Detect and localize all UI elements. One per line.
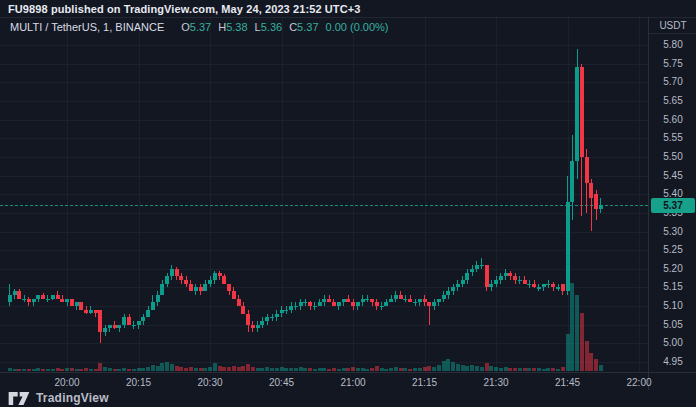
volume-bar <box>356 368 360 371</box>
candle <box>179 276 183 280</box>
volume-bar <box>303 368 307 371</box>
candle <box>499 276 503 280</box>
candle <box>299 302 303 306</box>
volume-bar <box>599 365 603 371</box>
candle <box>342 299 346 303</box>
volume-bar <box>41 369 45 371</box>
volume-bar <box>189 367 193 371</box>
candle <box>418 299 422 303</box>
grid-line <box>0 343 648 344</box>
time-axis[interactable]: 20:0020:1520:3020:4521:0021:1521:3021:45… <box>0 372 696 392</box>
price-tick-label: 5.65 <box>649 95 696 106</box>
grid-line <box>0 82 648 83</box>
ohlc-values: O5.37H5.38L5.36C5.370.00 (0.00%) <box>174 21 388 33</box>
candle <box>380 306 384 307</box>
volume-bar <box>542 369 546 371</box>
candle <box>485 265 489 287</box>
candle <box>504 273 508 277</box>
volume-bar <box>151 365 155 371</box>
candle <box>184 280 188 284</box>
tradingview-logo-icon[interactable] <box>8 391 30 406</box>
volume-bar <box>170 364 174 371</box>
ohlc-value: 5.37 <box>190 21 211 33</box>
volume-bar <box>556 369 560 371</box>
candle <box>308 302 312 306</box>
price-axis-unit: USDT <box>649 18 696 34</box>
price-tick-label: 5.10 <box>649 300 696 311</box>
volume-bar <box>570 283 574 371</box>
volume-bar <box>213 363 217 371</box>
price-tick-label: 5.75 <box>649 58 696 69</box>
candle <box>46 299 50 300</box>
volume-bar <box>527 368 531 371</box>
candle <box>570 161 574 202</box>
volume-bar <box>442 361 446 371</box>
grid-line <box>425 17 426 372</box>
volume-bar <box>384 369 388 371</box>
volume-bar <box>117 369 121 371</box>
candle <box>403 299 407 300</box>
grid-line <box>0 101 648 102</box>
volume-bar <box>146 367 150 371</box>
volume-bar <box>561 367 565 371</box>
price-axis[interactable]: USDT 5.805.755.705.655.605.555.505.455.4… <box>648 17 696 390</box>
candle <box>251 325 255 329</box>
tradingview-brand-text[interactable]: TradingView <box>36 391 109 405</box>
volume-bar <box>389 368 393 371</box>
candle <box>222 276 226 284</box>
volume-bar <box>32 369 36 371</box>
candle <box>413 302 417 303</box>
ohlc-value: 5.36 <box>261 21 282 33</box>
volume-bar <box>280 367 284 371</box>
volume-bar <box>246 364 250 371</box>
volume-bar <box>175 366 179 371</box>
volume-bar <box>513 368 517 371</box>
candle <box>427 302 431 306</box>
candle <box>542 284 546 288</box>
volume-bar <box>337 369 341 371</box>
grid-line <box>282 17 283 372</box>
symbol-legend: MULTI / TetherUS, 1, BINANCEO5.37H5.38L5… <box>10 21 389 33</box>
ohlc-label: H <box>218 21 226 33</box>
symbol-title[interactable]: MULTI / TetherUS, 1, BINANCE <box>10 21 164 33</box>
volume-bar <box>27 369 31 371</box>
ohlc-label: C <box>289 21 297 33</box>
candle <box>218 273 222 277</box>
volume-bar <box>256 368 260 371</box>
volume-bar <box>332 368 336 371</box>
volume-bar <box>504 367 508 371</box>
volume-bar <box>532 368 536 371</box>
volume-bar <box>156 366 160 371</box>
price-tick-label: 5.60 <box>649 114 696 125</box>
volume-bar <box>461 365 465 371</box>
volume-bar <box>418 368 422 371</box>
candle <box>241 306 245 314</box>
grid-line <box>0 325 648 326</box>
candle <box>160 284 164 295</box>
candle <box>375 302 379 306</box>
volume-bar <box>308 368 312 371</box>
price-tick-label: 5.15 <box>649 281 696 292</box>
volume-bar <box>65 368 69 371</box>
volume-bar <box>399 368 403 371</box>
candle <box>523 280 527 284</box>
candle <box>537 287 541 288</box>
candle <box>203 284 207 292</box>
candle <box>65 299 69 303</box>
candle <box>75 302 79 306</box>
volume-bar <box>327 369 331 371</box>
time-tick-label: 20:00 <box>45 377 89 388</box>
candle <box>280 310 284 314</box>
candle <box>41 295 45 299</box>
chart-pane[interactable]: MULTI / TetherUS, 1, BINANCEO5.37H5.38L5… <box>0 0 648 372</box>
time-tick-label: 21:00 <box>331 377 375 388</box>
candle <box>141 317 145 321</box>
volume-bar <box>36 368 40 371</box>
candle <box>294 306 298 307</box>
grid-line <box>210 17 211 372</box>
candle <box>566 202 570 292</box>
grid-line <box>0 362 648 363</box>
candle <box>442 295 446 299</box>
volume-bar <box>13 369 17 371</box>
candle <box>465 273 469 281</box>
